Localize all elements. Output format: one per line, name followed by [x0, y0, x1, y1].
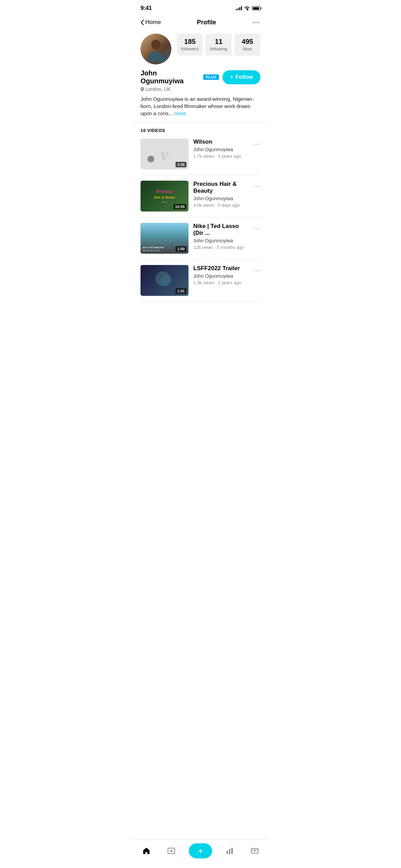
video-item[interactable]: PreciousHair & Beauty BIFA 10:55 Preciou…	[141, 181, 260, 217]
status-icons	[236, 6, 260, 10]
following-count: 11	[208, 38, 229, 46]
precious-thumb-text: PreciousHair & Beauty	[154, 189, 175, 200]
video-thumbnail: AFO RICHMOND NELSON ROAD 1:00	[141, 223, 189, 254]
video-more-button[interactable]: ···	[253, 266, 260, 274]
bio-text: John Ogunmuyiwa is an award-winning, Nig…	[141, 95, 260, 117]
signal-icon	[236, 6, 242, 10]
location-row: London, UK	[141, 86, 260, 92]
profile-name: John Ogunmuyiwa	[141, 69, 200, 85]
video-duration: 10:55	[173, 204, 186, 209]
video-item[interactable]: AFO RICHMOND NELSON ROAD 1:00 Nike | Ted…	[141, 223, 260, 260]
video-title: LSFF2022 Trailer	[193, 265, 248, 272]
location-icon	[141, 87, 144, 92]
video-more-button[interactable]: ···	[253, 224, 260, 232]
video-author: John Ogunmuyiwa	[193, 273, 248, 279]
following-stat[interactable]: 11 following	[206, 34, 232, 56]
stats-row: 185 followers 11 following 495 likes	[177, 34, 260, 56]
bio-more-button[interactable]: more	[174, 110, 186, 116]
follow-label: Follow	[235, 74, 253, 80]
page-title: Profile	[197, 19, 216, 26]
video-thumbnail: v 3:26	[141, 138, 189, 169]
status-time: 9:41	[141, 5, 152, 12]
video-info: Nike | Ted Lasso (Dir ... John Ogunmuyiw…	[193, 223, 248, 250]
video-thumbnail: 1:01	[141, 265, 189, 296]
more-button[interactable]: ···	[252, 18, 260, 27]
followers-stat[interactable]: 185 followers	[177, 34, 203, 56]
video-info: Wilson John Ogunmuyiwa 1.7k views · 5 ye…	[193, 138, 248, 159]
video-duration: 3:26	[175, 162, 186, 167]
video-title: Nike | Ted Lasso (Dir ...	[193, 223, 248, 237]
vimeo-dot	[147, 156, 154, 162]
follow-plus-icon: +	[230, 74, 234, 81]
video-author: John Ogunmuyiwa	[193, 196, 248, 201]
video-item[interactable]: 1:01 LSFF2022 Trailer John Ogunmuyiwa 1.…	[141, 265, 260, 302]
chevron-left-icon	[141, 20, 144, 25]
location-text: London, UK	[145, 86, 171, 92]
battery-icon	[252, 6, 260, 10]
video-meta: 4.0k views · 5 days ago	[193, 203, 248, 208]
lsff-thumb-graphic	[151, 270, 178, 291]
back-label: Home	[145, 19, 161, 26]
video-info: Precious Hair & Beauty John Ogunmuyiwa 4…	[193, 181, 248, 208]
nav-bar: Home Profile ···	[134, 14, 267, 30]
videos-section: 10 VIDEOS v 3:26 Wilson John Ogunmuyiwa …	[134, 122, 267, 341]
profile-info: John Ogunmuyiwa PLUS + Follow London, UK…	[141, 69, 260, 117]
video-thumbnail: PreciousHair & Beauty BIFA 10:55	[141, 181, 189, 212]
followers-count: 185	[180, 38, 200, 46]
video-meta: 1.7k views · 5 years ago	[193, 154, 248, 159]
profile-top: 185 followers 11 following 495 likes	[141, 34, 260, 64]
profile-name-row: John Ogunmuyiwa PLUS + Follow	[141, 69, 260, 85]
profile-name-group: John Ogunmuyiwa PLUS	[141, 69, 219, 85]
svg-point-2	[161, 275, 171, 286]
likes-count: 495	[237, 38, 258, 46]
video-author: John Ogunmuyiwa	[193, 147, 248, 152]
followers-label: followers	[180, 46, 200, 51]
wifi-icon	[244, 6, 250, 10]
back-button[interactable]: Home	[141, 19, 161, 26]
video-more-button[interactable]: ···	[253, 140, 260, 148]
video-author: John Ogunmuyiwa	[193, 238, 248, 243]
video-meta: 1.3k views · 2 years ago	[193, 280, 248, 285]
videos-header: 10 VIDEOS	[141, 128, 260, 133]
video-title: Precious Hair & Beauty	[193, 181, 248, 194]
likes-label: likes	[237, 46, 258, 51]
video-title: Wilson	[193, 138, 248, 145]
likes-stat[interactable]: 495 likes	[234, 34, 260, 56]
status-bar: 9:41	[134, 0, 267, 14]
video-duration: 1:01	[175, 288, 186, 294]
bio-content: John Ogunmuyiwa is an award-winning, Nig…	[141, 96, 254, 116]
profile-section: 185 followers 11 following 495 likes Joh…	[134, 30, 267, 122]
following-label: following	[208, 46, 229, 51]
video-duration: 1:00	[175, 246, 186, 252]
follow-button[interactable]: + Follow	[222, 70, 260, 84]
plus-badge: PLUS	[203, 74, 219, 80]
video-meta: 128 views · 5 months ago	[193, 245, 248, 250]
vimeo-logo-icon: v	[160, 144, 168, 164]
video-item[interactable]: v 3:26 Wilson John Ogunmuyiwa 1.7k views…	[141, 138, 260, 175]
video-info: LSFF2022 Trailer John Ogunmuyiwa 1.3k vi…	[193, 265, 248, 285]
video-more-button[interactable]: ···	[253, 182, 260, 190]
avatar	[141, 34, 171, 64]
svg-point-0	[142, 88, 143, 89]
